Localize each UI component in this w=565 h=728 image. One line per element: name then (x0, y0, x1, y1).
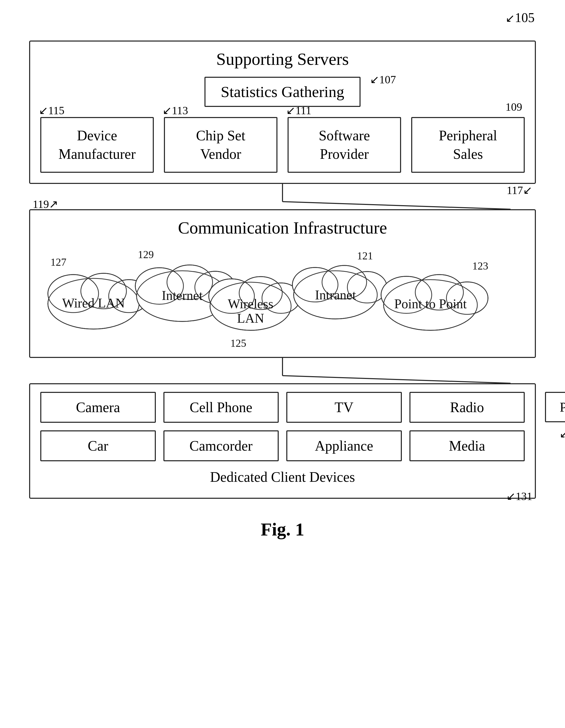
ref-113-label: ↙113 (162, 103, 188, 118)
ref-127-text: 127 (50, 256, 66, 268)
wireless-lan-text2: LAN (237, 311, 264, 325)
main-ref-105: ↙105 (505, 10, 535, 25)
stats-gathering-label: Statistics Gathering (221, 83, 344, 100)
client-devices-label: Dedicated Client Devices (40, 469, 525, 485)
appliance-label: Appliance (315, 438, 373, 454)
camera-label: Camera (76, 399, 120, 415)
devices-grid: Camera Cell Phone TV Radio Car Camcorder… (40, 392, 525, 461)
pc-label: PC (560, 400, 565, 415)
device-manufacturer-box: ↙115 DeviceManufacturer (40, 117, 154, 173)
chip-set-vendor-label: Chip SetVendor (196, 126, 245, 163)
car-box: Car (40, 430, 156, 461)
svg-line-1 (283, 202, 511, 209)
media-box: Media (409, 430, 525, 461)
appliance-box: Appliance (286, 430, 402, 461)
camcorder-label: Camcorder (190, 438, 253, 454)
p2p-cloud: Point to Point 123 (381, 260, 488, 330)
clouds-container: Wired LAN 127 Intern (40, 248, 525, 344)
comm-infra-box: Communication Infrastructure (29, 209, 536, 358)
radio-box: Radio (409, 392, 525, 423)
ref-107: ↙107 (370, 73, 396, 86)
wired-lan-cloud: Wired LAN 127 (48, 256, 149, 329)
supporting-servers-title: Supporting Servers (40, 49, 525, 69)
comm-infra-title: Communication Infrastructure (40, 218, 525, 238)
diagram: Supporting Servers Statistics Gathering … (29, 41, 536, 540)
ref-105-number: 105 (515, 10, 535, 25)
device-manufacturer-label: DeviceManufacturer (59, 126, 136, 163)
wireless-lan-cloud: Wireless LAN 125 (209, 277, 300, 349)
ref-131-label: ↙131 (506, 490, 532, 503)
tv-label: TV (334, 399, 353, 415)
ref-111-label: ↙111 (286, 103, 311, 118)
ref-121-text: 121 (357, 250, 373, 262)
internet-text: Internet (162, 288, 203, 303)
client-devices-box: PC ↙133 ↙131 Camera Cell Phone TV Radio … (29, 383, 536, 499)
camcorder-box: Camcorder (163, 430, 279, 461)
cell-phone-label: Cell Phone (190, 399, 252, 415)
intranet-cloud: Intranet 121 (292, 250, 387, 319)
peripheral-sales-box: PeripheralSales (411, 117, 525, 173)
svg-line-63 (283, 376, 511, 383)
p2p-text: Point to Point (394, 297, 467, 311)
stats-gathering-wrapper: Statistics Gathering ↙107 (204, 77, 360, 107)
software-provider-box: ↙111 Software Provider (288, 117, 401, 173)
camera-box: Camera (40, 392, 156, 423)
car-label: Car (88, 438, 108, 454)
ref-105-arrow: ↙ (505, 12, 515, 25)
wired-lan-text: Wired LAN (62, 296, 125, 310)
connector-ss-to-ci (29, 184, 536, 209)
figure-caption: Fig. 1 (29, 519, 536, 540)
wireless-lan-text: Wireless (228, 297, 273, 311)
cell-phone-box: Cell Phone (163, 392, 279, 423)
ref-123-text: 123 (472, 260, 488, 272)
ref-109-label: 109 (505, 101, 522, 113)
ref-133-label: ↙133 (559, 427, 565, 440)
peripheral-sales-label: PeripheralSales (439, 126, 497, 163)
stats-gathering-box: Statistics Gathering (204, 77, 360, 107)
radio-label: Radio (450, 399, 484, 415)
ref-115-label: ↙115 (39, 103, 64, 118)
connector-lines-svg (29, 184, 536, 209)
supporting-servers-box: Supporting Servers Statistics Gathering … (29, 41, 536, 184)
conn-ci-cd-svg (29, 358, 536, 383)
ref-125-text: 125 (230, 337, 246, 349)
stats-gathering-container: Statistics Gathering ↙107 (40, 77, 525, 107)
connector-ci-to-cd (29, 358, 536, 383)
intranet-text: Intranet (315, 288, 356, 302)
server-boxes-row: 109 ↙115 DeviceManufacturer ↙113 Chip Se… (40, 117, 525, 173)
pc-box: PC (545, 392, 565, 422)
software-provider-label: Software Provider (294, 126, 395, 163)
media-label: Media (449, 438, 485, 454)
tv-box: TV (286, 392, 402, 423)
clouds-svg: Wired LAN 127 Intern (40, 248, 527, 344)
chip-set-vendor-box: ↙113 Chip SetVendor (164, 117, 277, 173)
ref-129-text: 129 (138, 249, 154, 260)
